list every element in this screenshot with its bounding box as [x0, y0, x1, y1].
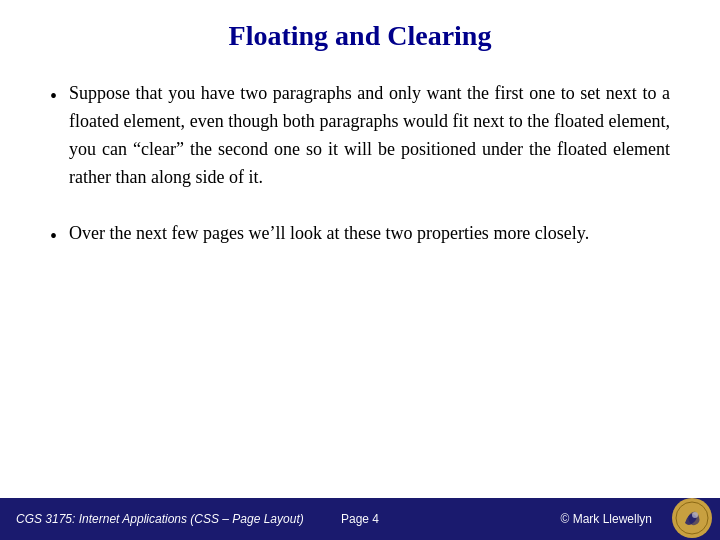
footer-course-label: CGS 3175: Internet Applications (CSS – P… — [16, 512, 560, 526]
logo-icon — [675, 501, 709, 535]
footer-logo — [672, 498, 712, 538]
slide: Floating and Clearing • Suppose that you… — [0, 0, 720, 540]
bullet-dot-1: • — [50, 81, 57, 112]
list-item: • Suppose that you have two paragraphs a… — [50, 80, 670, 192]
slide-content: Floating and Clearing • Suppose that you… — [0, 0, 720, 498]
bullet-text-2: Over the next few pages we’ll look at th… — [69, 220, 670, 248]
footer: CGS 3175: Internet Applications (CSS – P… — [0, 498, 720, 540]
footer-page-number: Page 4 — [341, 512, 379, 526]
slide-title: Floating and Clearing — [50, 20, 670, 56]
svg-point-1 — [692, 512, 698, 518]
list-item: • Over the next few pages we’ll look at … — [50, 220, 670, 252]
bullet-text-1: Suppose that you have two paragraphs and… — [69, 80, 670, 192]
bullet-list: • Suppose that you have two paragraphs a… — [50, 80, 670, 252]
bullet-dot-2: • — [50, 221, 57, 252]
footer-copyright: © Mark Llewellyn — [560, 512, 652, 526]
